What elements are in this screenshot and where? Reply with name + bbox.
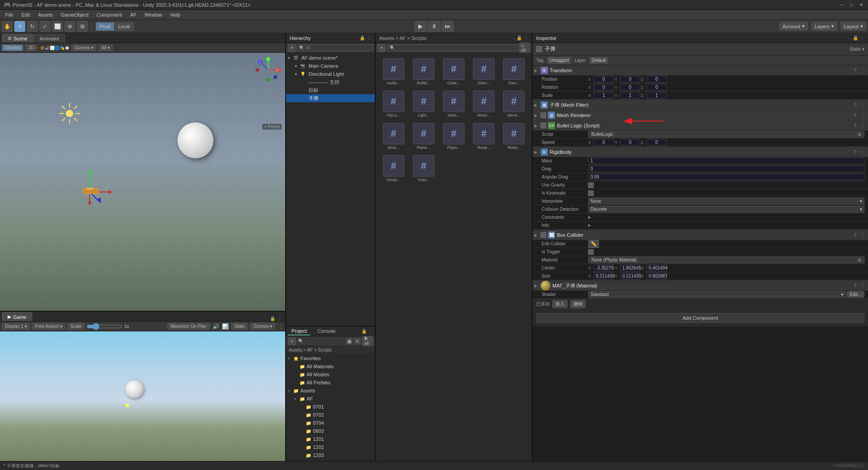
game-stats-button[interactable]: Stats	[231, 323, 248, 330]
asset-item-5[interactable]: #FlyLo...	[379, 89, 408, 119]
asset-item-16[interactable]: #Train...	[409, 153, 438, 184]
cancel-button[interactable]: 撤销	[570, 300, 586, 308]
menu-item-af[interactable]: AF	[126, 11, 140, 18]
transform-header[interactable]: ▶ ⊕ Transform ? ⋮	[533, 65, 868, 75]
menu-item-assets[interactable]: Assets	[35, 11, 56, 18]
mesh-renderer-help-btn[interactable]: ?	[852, 112, 858, 118]
project-folder-item-3[interactable]: 📁All Prefabs	[286, 379, 375, 387]
scale-y-field[interactable]: 1	[620, 92, 640, 99]
bullet-logic-header[interactable]: ▶ ✓ C# Bullet Logic (Script) ? ⋮	[533, 121, 868, 131]
game-more-button[interactable]: ⋮	[278, 323, 283, 330]
asset-item-0[interactable]: #Audio...	[379, 57, 408, 87]
bullet-logic-settings-btn[interactable]: ⋮	[860, 122, 866, 129]
object-active-checkbox[interactable]: ✓	[536, 46, 542, 52]
rigidbody-settings-btn[interactable]: ⋮	[860, 149, 866, 155]
position-y-field[interactable]: 0	[620, 76, 640, 83]
material-field[interactable]: None (Physic Material) ⊙	[588, 257, 864, 263]
import-button[interactable]: 签入	[552, 300, 568, 308]
mesh-filter-header[interactable]: ▶ ▦ 子弹 (Mesh Filter) ? ⋮	[533, 100, 868, 110]
hierarchy-add-button[interactable]: +	[288, 44, 296, 52]
box-collider-help-btn[interactable]: ?	[852, 232, 858, 238]
menu-item-help[interactable]: Help	[167, 11, 184, 18]
mass-field[interactable]: 1	[588, 157, 864, 164]
mesh-filter-settings-btn[interactable]: ⋮	[860, 102, 866, 108]
material-help-btn[interactable]: ?	[852, 283, 858, 289]
game-stats-toggle[interactable]: 📊	[222, 323, 229, 330]
hierarchy-item-3[interactable]: ------------ 主控	[286, 78, 375, 86]
asset-item-8[interactable]: #Moon...	[470, 89, 498, 119]
project-lock-icon[interactable]: 🔒	[361, 329, 367, 334]
scale-z-field[interactable]: 1	[647, 92, 667, 99]
info-arrow[interactable]: ▶	[588, 223, 593, 227]
project-menu-icon[interactable]: ⋮	[369, 329, 373, 334]
assets-new-button[interactable]: +	[378, 44, 386, 52]
hierarchy-item-5[interactable]: 子弹	[286, 94, 375, 102]
menu-item-file[interactable]: File	[2, 11, 17, 18]
project-folder-item-2[interactable]: 📁All Models	[286, 370, 375, 379]
asset-item-11[interactable]: #Plane...	[409, 121, 438, 152]
rect-tool-button[interactable]: ⬜	[52, 21, 63, 32]
project-folder-item-0[interactable]: ▾⭐Favorites	[286, 354, 375, 362]
scale-tool-button[interactable]: ⤢	[39, 21, 50, 32]
hierarchy-item-1[interactable]: ▾📷Main Camera	[286, 62, 375, 70]
aspect-dropdown[interactable]: Free Aspect ▾	[32, 323, 65, 330]
center-y-field[interactable]: 1.862645	[620, 265, 640, 271]
step-button[interactable]: ⏭	[441, 21, 454, 32]
project-folder-item-12[interactable]: 📁1203	[286, 451, 375, 459]
material-settings-btn[interactable]: ⋮	[860, 283, 866, 289]
asset-item-13[interactable]: #Rotat...	[470, 121, 498, 152]
shaded-dropdown[interactable]: Shaded	[2, 44, 23, 51]
transform-settings-btn[interactable]: ⋮	[860, 67, 866, 74]
console-tab[interactable]: Console	[314, 327, 339, 335]
shader-dropdown[interactable]: Standard ▾	[588, 291, 846, 298]
project-list-view-button[interactable]: ≡	[354, 338, 360, 344]
is-trigger-checkbox[interactable]: ✓	[588, 249, 594, 255]
asset-item-6[interactable]: #Light...	[409, 89, 438, 119]
asset-item-1[interactable]: #Bullet...	[409, 57, 438, 87]
position-z-field[interactable]: 0	[647, 76, 667, 83]
layout-dropdown[interactable]: Layout ▾	[841, 22, 866, 30]
interpolate-dropdown[interactable]: None ▾	[588, 198, 864, 205]
hierarchy-search-input[interactable]	[297, 44, 373, 51]
hierarchy-lock-icon[interactable]: 🔒	[360, 35, 365, 40]
bullet-logic-enabled-checkbox[interactable]: ✓	[541, 123, 546, 128]
local-button[interactable]: Local	[114, 22, 133, 30]
mesh-filter-help-btn[interactable]: ?	[852, 102, 858, 108]
drag-field[interactable]: 0	[588, 165, 864, 172]
add-component-button[interactable]: Add Component	[536, 313, 864, 323]
assets-menu-icon[interactable]: ⋮	[524, 35, 528, 40]
asset-item-4[interactable]: #Fani...	[500, 57, 528, 87]
project-folder-item-11[interactable]: 📁1202	[286, 443, 375, 451]
minimize-button[interactable]: ─	[838, 2, 845, 8]
asset-item-15[interactable]: #Simpl...	[379, 153, 408, 184]
project-folder-item-5[interactable]: ▾📁AF	[286, 395, 375, 403]
angular-drag-field[interactable]: 0.05	[588, 174, 864, 180]
project-folder-item-6[interactable]: 📁0701	[286, 403, 375, 411]
rigidbody-header[interactable]: ▶ ⊞ Rigidbody ? ⋮	[533, 147, 868, 157]
display-dropdown[interactable]: Display 1 ▾	[2, 323, 30, 330]
project-search-button[interactable]: 🔍 All	[362, 336, 373, 347]
animator-tab[interactable]: Animator	[34, 34, 65, 43]
speed-z-field[interactable]: 0	[647, 139, 667, 146]
project-folder-item-7[interactable]: 📁0702	[286, 411, 375, 419]
game-audio-button[interactable]: 🔊	[213, 323, 219, 330]
menu-item-window[interactable]: Window	[141, 11, 165, 18]
account-dropdown[interactable]: Account ▾	[779, 22, 808, 30]
game-panel-menu[interactable]: ⋮	[277, 316, 282, 321]
inspector-menu-icon[interactable]: ⋮	[860, 35, 864, 40]
tag-dropdown[interactable]: Untagged	[547, 57, 571, 64]
asset-item-9[interactable]: #Move...	[500, 89, 528, 119]
menu-item-edit[interactable]: Edit	[18, 11, 34, 18]
asset-item-12[interactable]: #Playe...	[439, 121, 468, 152]
layers-dropdown[interactable]: Layers ▾	[812, 22, 837, 30]
rotation-z-field[interactable]: 0	[647, 84, 667, 91]
2d-button[interactable]: 2D	[25, 44, 37, 51]
rotate-tool-button[interactable]: ↻	[27, 21, 38, 32]
rotation-y-field[interactable]: 0	[620, 84, 640, 91]
project-icon-view-button[interactable]: ▦	[346, 338, 352, 344]
asset-item-7[interactable]: #Main...	[439, 89, 468, 119]
menu-item-gameobject[interactable]: GameObject	[57, 11, 92, 18]
is-kinematic-checkbox[interactable]: ✓	[588, 191, 594, 196]
material-header[interactable]: ▶ MAT_子弹 (Material) ? ⋮	[533, 281, 868, 291]
size-x-field[interactable]: 0.211430	[594, 273, 614, 279]
